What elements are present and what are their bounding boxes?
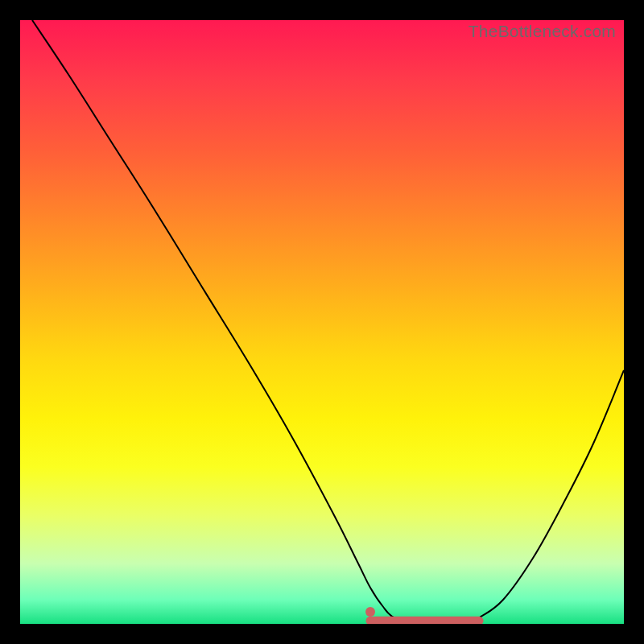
chart-frame: TheBottleneck.com — [0, 0, 644, 644]
chart-svg — [20, 20, 624, 624]
flat-region-dot — [365, 607, 375, 617]
bottleneck-curve — [32, 20, 624, 624]
plot-area: TheBottleneck.com — [20, 20, 624, 624]
